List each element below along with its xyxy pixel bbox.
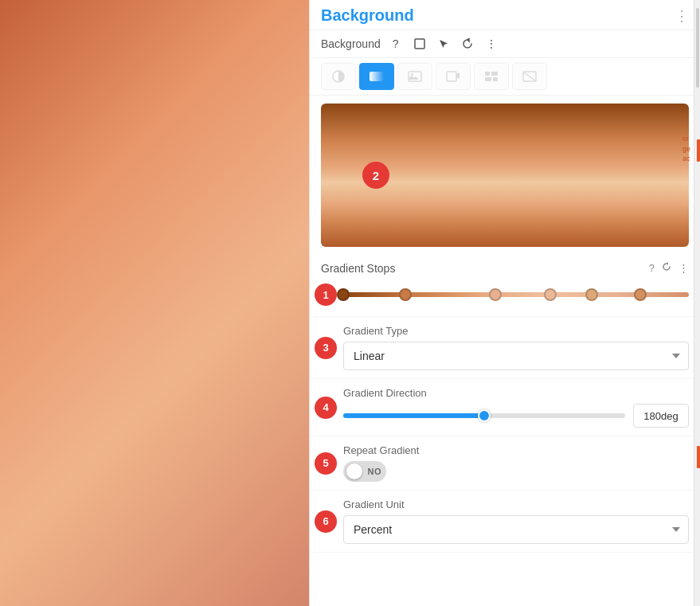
stop-dot-2[interactable] — [489, 288, 502, 301]
repeat-badge: 5 — [315, 452, 337, 475]
side-text-3: ac — [682, 154, 690, 164]
stop-slider[interactable] — [343, 283, 689, 307]
gradient-unit-section: 6 Gradient Unit Percent Pixels — [310, 491, 700, 553]
orange-line-1 — [697, 139, 700, 162]
device-icon[interactable] — [411, 35, 428, 53]
toggle-switch[interactable]: NO — [343, 461, 386, 482]
tab-color[interactable] — [321, 63, 356, 90]
gradient-unit-label: Gradient Unit — [343, 498, 689, 510]
cursor-icon[interactable] — [435, 35, 452, 53]
stop-dot-0[interactable] — [337, 288, 350, 301]
gradient-type-label: Gradient Type — [343, 325, 689, 337]
repeat-gradient-section: 5 Repeat Gradient NO — [310, 436, 700, 491]
panel-title: Background — [321, 6, 414, 25]
type-tabs — [310, 58, 700, 96]
toolbar-label: Background — [321, 37, 381, 50]
direction-input[interactable]: 180deg — [633, 404, 689, 428]
gradient-type-select[interactable]: Linear Radial Conic — [343, 342, 689, 370]
toggle-knob — [346, 463, 362, 479]
stops-badge: 1 — [315, 283, 337, 306]
canvas-preview — [0, 0, 309, 606]
svg-marker-1 — [467, 38, 469, 41]
preview-badge: 2 — [362, 162, 389, 189]
side-text-2: ge — [682, 144, 690, 154]
tab-none[interactable] — [512, 63, 547, 90]
scroll-thumb[interactable] — [696, 8, 699, 88]
svg-marker-13 — [667, 262, 668, 265]
svg-rect-9 — [485, 77, 491, 81]
scrollbar — [694, 0, 700, 606]
gradient-stops-help[interactable]: ? — [649, 262, 655, 274]
toolbar-row: Background ? ⋮ — [310, 30, 700, 58]
repeat-gradient-label: Repeat Gradient — [343, 444, 689, 456]
direction-row: 180deg — [343, 404, 689, 428]
type-badge: 3 — [315, 337, 337, 359]
reset-icon[interactable] — [459, 35, 476, 53]
stop-dot-4[interactable] — [585, 288, 598, 301]
tab-gradient[interactable] — [359, 63, 394, 90]
stop-dot-1[interactable] — [399, 288, 412, 301]
tab-image[interactable] — [397, 63, 432, 90]
toggle-label: NO — [368, 467, 382, 476]
side-text-1: or — [682, 134, 690, 144]
svg-rect-7 — [485, 72, 490, 76]
gradient-stops-section: Gradient Stops ? ⋮ 1 — [310, 255, 700, 317]
svg-rect-3 — [370, 72, 384, 81]
direction-badge: 4 — [315, 397, 337, 419]
gradient-stops-label: Gradient Stops — [321, 262, 643, 275]
right-panel: Background ⋮ Background ? — [309, 0, 700, 606]
stop-dot-3[interactable] — [544, 288, 557, 301]
panel-header: Background ⋮ — [310, 0, 700, 30]
side-content: or ge ac — [682, 134, 690, 164]
unit-badge: 6 — [315, 510, 337, 533]
svg-rect-10 — [493, 77, 498, 81]
gradient-preview[interactable]: 2 — [321, 104, 689, 247]
repeat-toggle[interactable]: NO — [343, 461, 689, 482]
svg-rect-0 — [415, 39, 424, 49]
gradient-stops-reset[interactable] — [661, 261, 672, 275]
stop-dot-5[interactable] — [634, 288, 647, 301]
help-icon[interactable]: ? — [387, 35, 405, 53]
direction-slider[interactable] — [343, 413, 625, 418]
gradient-unit-select[interactable]: Percent Pixels — [343, 515, 689, 544]
toolbar-more-icon[interactable]: ⋮ — [483, 35, 500, 53]
svg-line-12 — [524, 72, 535, 80]
orange-line-2 — [697, 446, 700, 468]
svg-point-5 — [411, 73, 413, 76]
gradient-type-section: 3 Gradient Type Linear Radial Conic — [310, 317, 700, 379]
tab-video[interactable] — [436, 63, 471, 90]
panel-more-icon[interactable]: ⋮ — [675, 7, 689, 25]
gradient-stops-header: Gradient Stops ? ⋮ — [321, 261, 689, 275]
gradient-direction-label: Gradient Direction — [343, 387, 689, 399]
gradient-stops-more[interactable]: ⋮ — [678, 262, 689, 274]
tab-pattern[interactable] — [474, 63, 509, 90]
svg-rect-4 — [409, 72, 421, 81]
svg-rect-6 — [447, 72, 456, 81]
gradient-direction-section: 4 Gradient Direction 180deg — [310, 379, 700, 436]
svg-rect-8 — [491, 72, 498, 76]
